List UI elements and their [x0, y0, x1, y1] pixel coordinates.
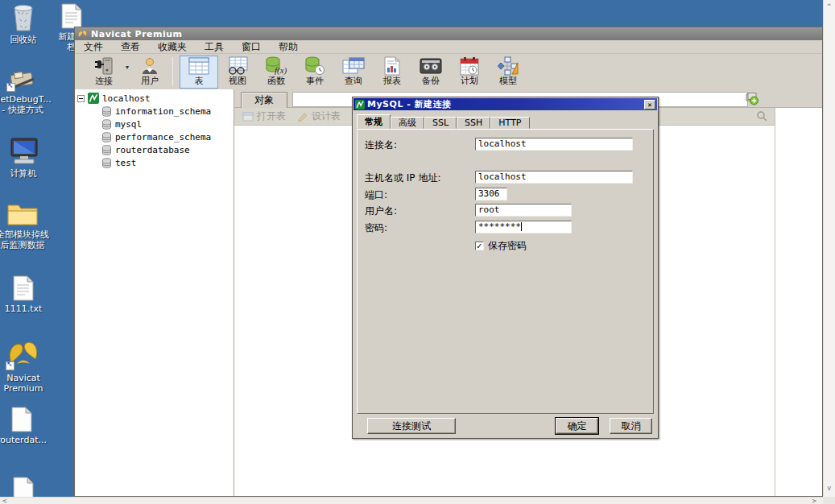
window-title: Navicat Premium	[91, 29, 183, 39]
menu-favorites[interactable]: 收藏夹	[149, 39, 196, 55]
password-masked-value: ********	[478, 221, 521, 232]
connection-tree[interactable]: localhost information_schema mysql perfo…	[75, 89, 234, 496]
desktop-icon-label: 全部模块掉线	[0, 229, 49, 240]
tab-ssh[interactable]: SSH	[457, 117, 490, 129]
tree-item-mysql[interactable]: mysql	[75, 118, 234, 130]
new-connection-icon	[745, 93, 759, 105]
toolbar-label: 用户	[141, 76, 159, 86]
menu-window[interactable]: 窗口	[233, 39, 270, 55]
design-table-icon	[297, 112, 308, 122]
scroll-right-icon[interactable]: >	[812, 498, 816, 504]
toolbar-label: 报表	[383, 76, 401, 86]
database-icon	[101, 106, 112, 117]
username-input[interactable]: root	[475, 204, 572, 217]
view-icon	[227, 56, 248, 76]
toolbar-label: 事件	[306, 76, 324, 86]
tree-item-test[interactable]: test	[75, 156, 234, 169]
tab-advanced[interactable]: 高级	[391, 117, 424, 129]
password-input[interactable]: ********	[475, 221, 572, 233]
shortcut-arrow-icon	[6, 83, 15, 92]
report-icon	[383, 56, 401, 76]
dialog-close-button[interactable]: ✕	[644, 100, 655, 109]
username-label: 用户名:	[365, 204, 397, 218]
scroll-down-icon[interactable]: v	[827, 485, 831, 492]
dialog-titlebar[interactable]: MySQL - 新建连接 ✕	[353, 98, 657, 110]
port-input[interactable]: 3306	[475, 188, 507, 200]
toolbar-schedule-button[interactable]: 计划	[450, 56, 489, 89]
open-table-button[interactable]: 打开表	[242, 109, 286, 123]
menubar: 文件 查看 收藏夹 工具 窗口 帮助	[75, 40, 822, 54]
save-password-label: 保存密码	[488, 239, 527, 253]
right-empty-pane	[775, 108, 822, 496]
mysql-connection-icon	[88, 93, 99, 104]
design-table-button[interactable]: 设计表	[297, 109, 341, 123]
desktop-icon-partial-file[interactable]	[0, 477, 60, 498]
computer-icon	[6, 137, 40, 166]
vertical-scrollbar[interactable]: ^ v	[823, 0, 835, 497]
desktop-icon-label-2: Premium	[4, 383, 43, 394]
svg-text:f(x): f(x)	[275, 65, 287, 76]
tree-item-information-schema[interactable]: information_schema	[75, 105, 234, 118]
connection-dropdown-arrow[interactable]: ▾	[126, 64, 129, 71]
toolbar-model-button[interactable]: 模型	[489, 56, 527, 89]
new-connection-button[interactable]	[743, 92, 761, 106]
main-toolbar: 连接 ▾ 用户 表 视图	[75, 54, 822, 89]
tab-general[interactable]: 常规	[357, 114, 391, 129]
scroll-left-icon[interactable]: <	[2, 498, 6, 504]
toolbar-event-button[interactable]: 事件	[296, 56, 334, 89]
toolbar-backup-button[interactable]: 备份	[411, 56, 450, 89]
toolbar-view-button[interactable]: 视图	[218, 56, 257, 89]
desktop-icon-label: 计算机	[0, 168, 60, 179]
toolbar-label: 计划	[461, 76, 478, 86]
ok-button[interactable]: 确定	[556, 418, 598, 434]
toolbar-report-button[interactable]: 报表	[373, 56, 411, 89]
tree-item-label: performance_schema	[115, 132, 211, 143]
toolbar-query-button[interactable]: 查询	[334, 56, 373, 89]
desktop-icon-label-2: 后监测数据	[1, 240, 45, 250]
menu-file[interactable]: 文件	[75, 39, 112, 55]
menu-tools[interactable]: 工具	[196, 39, 233, 55]
tree-item-routerdatabase[interactable]: routerdatabase	[75, 143, 234, 156]
scroll-up-icon[interactable]: ^	[827, 3, 831, 10]
desktop-icon-computer[interactable]: 计算机	[0, 137, 60, 179]
test-connection-button[interactable]: 连接测试	[367, 418, 456, 434]
desktop-icon-routerdat[interactable]: routerdat...	[0, 407, 59, 445]
toolbar-label: 视图	[229, 76, 246, 86]
toolbar-label: 查询	[345, 76, 362, 86]
menu-view[interactable]: 查看	[112, 39, 149, 55]
file-icon	[13, 477, 34, 498]
menu-help[interactable]: 帮助	[270, 39, 307, 55]
schedule-icon	[460, 56, 479, 76]
tab-http[interactable]: HTTP	[490, 117, 529, 129]
tree-collapse-icon[interactable]	[77, 95, 85, 102]
toolbar-table-button[interactable]: 表	[180, 56, 218, 89]
desktop-icon-navicat[interactable]: NavicatPremium	[0, 338, 60, 394]
toolbar-connection-button[interactable]: 连接	[83, 56, 125, 89]
save-password-checkbox[interactable]: ✓	[475, 242, 484, 250]
design-table-label: 设计表	[312, 109, 341, 123]
desktop-icon-1111-txt[interactable]: 1111.txt	[0, 275, 60, 314]
toolbar-function-button[interactable]: f(x) 函数	[257, 56, 296, 89]
event-icon	[304, 56, 326, 76]
model-icon	[498, 56, 519, 76]
connection-name-label: 连接名:	[365, 138, 397, 152]
connection-name-input[interactable]: localhost	[475, 138, 633, 151]
toolbar-label: 函数	[267, 76, 285, 86]
cancel-button[interactable]: 取消	[610, 418, 652, 434]
tree-item-performance-schema[interactable]: performance_schema	[75, 130, 234, 143]
password-label: 密码:	[365, 221, 387, 235]
dialog-tabs: 常规 高级 SSL SSH HTTP	[357, 115, 530, 129]
search-icon[interactable]	[756, 110, 767, 122]
user-icon	[140, 56, 159, 76]
horizontal-scrollbar[interactable]: < >	[0, 497, 823, 504]
host-input[interactable]: localhost	[475, 171, 633, 184]
desktop-icon-module-folder[interactable]: 全部模块掉线后监测数据	[0, 200, 60, 250]
text-caret	[521, 222, 522, 231]
tab-ssl[interactable]: SSL	[424, 117, 457, 129]
desktop-icon-netdebug[interactable]: NetDebugT...- 快捷方式	[0, 71, 60, 115]
toolbar-user-button[interactable]: 用户	[130, 56, 169, 89]
tree-root-localhost[interactable]: localhost	[75, 92, 234, 105]
desktop-icon-label-2: - 快捷方式	[2, 105, 43, 115]
tab-objects[interactable]: 对象	[241, 92, 287, 108]
folder-icon	[6, 200, 39, 227]
